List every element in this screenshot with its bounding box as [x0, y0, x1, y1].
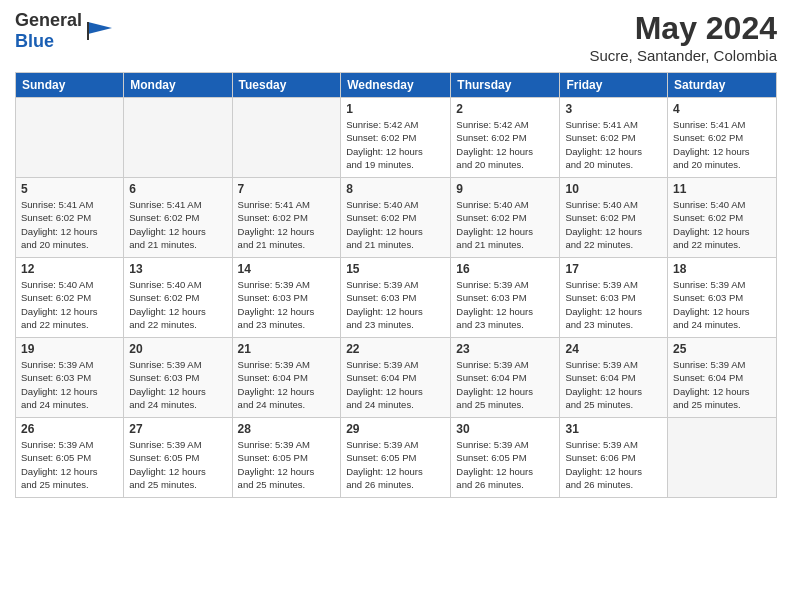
calendar-header-row: Sunday Monday Tuesday Wednesday Thursday…: [16, 73, 777, 98]
col-wednesday: Wednesday: [341, 73, 451, 98]
logo-text: General Blue: [15, 10, 82, 52]
day-number: 30: [456, 422, 554, 436]
table-row: 28Sunrise: 5:39 AM Sunset: 6:05 PM Dayli…: [232, 418, 341, 498]
table-row: 21Sunrise: 5:39 AM Sunset: 6:04 PM Dayli…: [232, 338, 341, 418]
day-number: 13: [129, 262, 226, 276]
day-info: Sunrise: 5:39 AM Sunset: 6:04 PM Dayligh…: [565, 358, 662, 411]
table-row: 30Sunrise: 5:39 AM Sunset: 6:05 PM Dayli…: [451, 418, 560, 498]
day-info: Sunrise: 5:39 AM Sunset: 6:03 PM Dayligh…: [456, 278, 554, 331]
day-info: Sunrise: 5:40 AM Sunset: 6:02 PM Dayligh…: [346, 198, 445, 251]
day-info: Sunrise: 5:41 AM Sunset: 6:02 PM Dayligh…: [129, 198, 226, 251]
table-row: 29Sunrise: 5:39 AM Sunset: 6:05 PM Dayli…: [341, 418, 451, 498]
calendar-week-row: 12Sunrise: 5:40 AM Sunset: 6:02 PM Dayli…: [16, 258, 777, 338]
day-number: 16: [456, 262, 554, 276]
table-row: 18Sunrise: 5:39 AM Sunset: 6:03 PM Dayli…: [668, 258, 777, 338]
day-number: 6: [129, 182, 226, 196]
day-info: Sunrise: 5:42 AM Sunset: 6:02 PM Dayligh…: [456, 118, 554, 171]
table-row: 10Sunrise: 5:40 AM Sunset: 6:02 PM Dayli…: [560, 178, 668, 258]
main-title: May 2024: [589, 10, 777, 47]
table-row: 8Sunrise: 5:40 AM Sunset: 6:02 PM Daylig…: [341, 178, 451, 258]
day-info: Sunrise: 5:39 AM Sunset: 6:03 PM Dayligh…: [565, 278, 662, 331]
table-row: 14Sunrise: 5:39 AM Sunset: 6:03 PM Dayli…: [232, 258, 341, 338]
day-number: 8: [346, 182, 445, 196]
day-info: Sunrise: 5:40 AM Sunset: 6:02 PM Dayligh…: [129, 278, 226, 331]
table-row: [16, 98, 124, 178]
logo-general: General: [15, 10, 82, 30]
calendar-week-row: 1Sunrise: 5:42 AM Sunset: 6:02 PM Daylig…: [16, 98, 777, 178]
day-info: Sunrise: 5:39 AM Sunset: 6:05 PM Dayligh…: [238, 438, 336, 491]
table-row: 11Sunrise: 5:40 AM Sunset: 6:02 PM Dayli…: [668, 178, 777, 258]
day-info: Sunrise: 5:41 AM Sunset: 6:02 PM Dayligh…: [238, 198, 336, 251]
day-info: Sunrise: 5:40 AM Sunset: 6:02 PM Dayligh…: [456, 198, 554, 251]
day-number: 1: [346, 102, 445, 116]
table-row: 15Sunrise: 5:39 AM Sunset: 6:03 PM Dayli…: [341, 258, 451, 338]
calendar-week-row: 26Sunrise: 5:39 AM Sunset: 6:05 PM Dayli…: [16, 418, 777, 498]
calendar-week-row: 5Sunrise: 5:41 AM Sunset: 6:02 PM Daylig…: [16, 178, 777, 258]
logo: General Blue: [15, 10, 112, 52]
day-number: 14: [238, 262, 336, 276]
day-number: 27: [129, 422, 226, 436]
col-thursday: Thursday: [451, 73, 560, 98]
table-row: 9Sunrise: 5:40 AM Sunset: 6:02 PM Daylig…: [451, 178, 560, 258]
table-row: 16Sunrise: 5:39 AM Sunset: 6:03 PM Dayli…: [451, 258, 560, 338]
day-number: 15: [346, 262, 445, 276]
table-row: 27Sunrise: 5:39 AM Sunset: 6:05 PM Dayli…: [124, 418, 232, 498]
day-info: Sunrise: 5:39 AM Sunset: 6:05 PM Dayligh…: [129, 438, 226, 491]
day-info: Sunrise: 5:40 AM Sunset: 6:02 PM Dayligh…: [673, 198, 771, 251]
col-sunday: Sunday: [16, 73, 124, 98]
calendar-week-row: 19Sunrise: 5:39 AM Sunset: 6:03 PM Dayli…: [16, 338, 777, 418]
day-number: 23: [456, 342, 554, 356]
table-row: 17Sunrise: 5:39 AM Sunset: 6:03 PM Dayli…: [560, 258, 668, 338]
subtitle: Sucre, Santander, Colombia: [589, 47, 777, 64]
day-number: 29: [346, 422, 445, 436]
day-number: 22: [346, 342, 445, 356]
col-friday: Friday: [560, 73, 668, 98]
table-row: [668, 418, 777, 498]
day-info: Sunrise: 5:39 AM Sunset: 6:05 PM Dayligh…: [346, 438, 445, 491]
day-number: 3: [565, 102, 662, 116]
day-number: 17: [565, 262, 662, 276]
col-tuesday: Tuesday: [232, 73, 341, 98]
day-info: Sunrise: 5:41 AM Sunset: 6:02 PM Dayligh…: [673, 118, 771, 171]
day-info: Sunrise: 5:40 AM Sunset: 6:02 PM Dayligh…: [565, 198, 662, 251]
day-info: Sunrise: 5:39 AM Sunset: 6:03 PM Dayligh…: [21, 358, 118, 411]
table-row: 5Sunrise: 5:41 AM Sunset: 6:02 PM Daylig…: [16, 178, 124, 258]
day-number: 25: [673, 342, 771, 356]
table-row: 3Sunrise: 5:41 AM Sunset: 6:02 PM Daylig…: [560, 98, 668, 178]
day-info: Sunrise: 5:39 AM Sunset: 6:03 PM Dayligh…: [129, 358, 226, 411]
logo-flag-icon: [84, 20, 112, 42]
day-number: 26: [21, 422, 118, 436]
table-row: 12Sunrise: 5:40 AM Sunset: 6:02 PM Dayli…: [16, 258, 124, 338]
day-info: Sunrise: 5:39 AM Sunset: 6:04 PM Dayligh…: [673, 358, 771, 411]
day-number: 4: [673, 102, 771, 116]
svg-marker-0: [88, 22, 112, 34]
day-info: Sunrise: 5:39 AM Sunset: 6:06 PM Dayligh…: [565, 438, 662, 491]
day-number: 7: [238, 182, 336, 196]
day-info: Sunrise: 5:39 AM Sunset: 6:04 PM Dayligh…: [346, 358, 445, 411]
table-row: 1Sunrise: 5:42 AM Sunset: 6:02 PM Daylig…: [341, 98, 451, 178]
col-saturday: Saturday: [668, 73, 777, 98]
day-number: 12: [21, 262, 118, 276]
table-row: 24Sunrise: 5:39 AM Sunset: 6:04 PM Dayli…: [560, 338, 668, 418]
table-row: 20Sunrise: 5:39 AM Sunset: 6:03 PM Dayli…: [124, 338, 232, 418]
day-info: Sunrise: 5:41 AM Sunset: 6:02 PM Dayligh…: [565, 118, 662, 171]
title-block: May 2024 Sucre, Santander, Colombia: [589, 10, 777, 64]
day-number: 9: [456, 182, 554, 196]
header: General Blue May 2024 Sucre, Santander, …: [15, 10, 777, 64]
table-row: 22Sunrise: 5:39 AM Sunset: 6:04 PM Dayli…: [341, 338, 451, 418]
col-monday: Monday: [124, 73, 232, 98]
day-number: 28: [238, 422, 336, 436]
day-info: Sunrise: 5:39 AM Sunset: 6:04 PM Dayligh…: [238, 358, 336, 411]
day-info: Sunrise: 5:39 AM Sunset: 6:03 PM Dayligh…: [673, 278, 771, 331]
day-info: Sunrise: 5:39 AM Sunset: 6:05 PM Dayligh…: [456, 438, 554, 491]
day-number: 5: [21, 182, 118, 196]
calendar: Sunday Monday Tuesday Wednesday Thursday…: [15, 72, 777, 498]
table-row: 4Sunrise: 5:41 AM Sunset: 6:02 PM Daylig…: [668, 98, 777, 178]
table-row: 25Sunrise: 5:39 AM Sunset: 6:04 PM Dayli…: [668, 338, 777, 418]
table-row: 2Sunrise: 5:42 AM Sunset: 6:02 PM Daylig…: [451, 98, 560, 178]
day-number: 18: [673, 262, 771, 276]
day-number: 10: [565, 182, 662, 196]
day-info: Sunrise: 5:40 AM Sunset: 6:02 PM Dayligh…: [21, 278, 118, 331]
day-info: Sunrise: 5:41 AM Sunset: 6:02 PM Dayligh…: [21, 198, 118, 251]
day-info: Sunrise: 5:39 AM Sunset: 6:03 PM Dayligh…: [346, 278, 445, 331]
